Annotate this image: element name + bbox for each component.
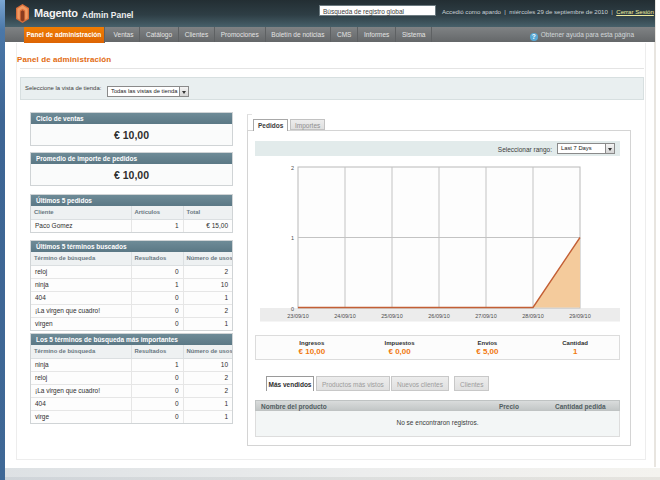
svg-text:29/09/10: 29/09/10 [569,313,590,319]
svg-text:23/09/10: 23/09/10 [287,313,308,319]
svg-text:27/09/10: 27/09/10 [475,313,496,319]
svg-text:26/09/10: 26/09/10 [428,313,449,319]
svg-text:28/09/10: 28/09/10 [522,313,543,319]
svg-text:2: 2 [291,165,294,171]
svg-text:0: 0 [291,306,294,312]
svg-text:1: 1 [291,235,294,241]
svg-text:25/09/10: 25/09/10 [381,313,402,319]
svg-text:24/09/10: 24/09/10 [334,313,355,319]
